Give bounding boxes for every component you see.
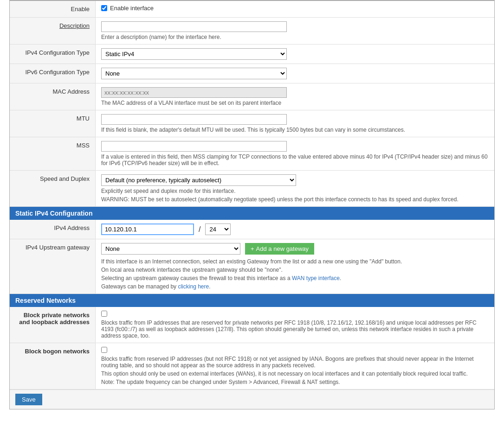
ipv4-address-input[interactable] [101, 224, 194, 235]
block-private-checkbox[interactable] [101, 311, 107, 317]
gateway-hint3: Selecting an upstream gateway causes the… [101, 275, 489, 281]
speed-duplex-select[interactable]: Default (no preference, typically autose… [101, 174, 296, 186]
enable-checkbox[interactable] [101, 5, 107, 11]
plus-icon: + [251, 245, 254, 252]
reserved-networks-section-header: Reserved Networks [10, 294, 494, 307]
enable-label: Enable [10, 1, 96, 17]
ipv4-config-type-label: IPv4 Configuration Type [10, 45, 96, 64]
ipv4-gateway-select[interactable]: None [101, 243, 240, 255]
enable-checkbox-label: Enable interface [110, 5, 154, 12]
save-button[interactable]: Save [15, 394, 42, 405]
wan-type-interface-link[interactable]: WAN type interface [292, 275, 340, 281]
mss-input[interactable] [101, 141, 287, 152]
gateway-hint2: On local area network interfaces the ups… [101, 267, 489, 273]
gateway-hint5: Gateways can be managed by clicking here… [101, 283, 489, 290]
description-label: Description [10, 18, 96, 44]
block-bogon-hint3: Note: The update frequency can be change… [101, 379, 489, 385]
block-bogon-hint2: This option should only be used on exter… [101, 371, 489, 377]
mac-address-label: MAC Address [10, 83, 96, 110]
block-private-hint: Blocks traffic from IP addresses that ar… [101, 319, 489, 339]
mtu-input[interactable] [101, 114, 287, 125]
block-bogon-hint1: Blocks traffic from reserved IP addresse… [101, 356, 489, 369]
block-bogon-label: Block bogon networks [10, 343, 96, 389]
mtu-label: MTU [10, 110, 96, 137]
speed-duplex-label: Speed and Duplex [10, 171, 96, 206]
add-gateway-label: Add a new gateway [256, 245, 309, 252]
mac-address-input[interactable] [101, 87, 287, 98]
ipv6-config-type-select[interactable]: None Static IPv6 DHCPv6 SLAAC 6to4 Tunne… [101, 68, 287, 79]
ipv4-gateway-label: IPv4 Upstream gateway [10, 239, 96, 294]
add-gateway-button[interactable]: + Add a new gateway [245, 243, 314, 255]
speed-duplex-hint1: Explicitly set speed and duplex mode for… [101, 188, 489, 194]
ipv4-cidr-select[interactable]: 1234 5678 9101112 13141516 17181920 2122… [205, 224, 231, 235]
block-bogon-checkbox[interactable] [101, 347, 107, 353]
gateway-hint1: If this interface is an Internet connect… [101, 258, 489, 265]
block-private-label: Block private networks and loopback addr… [10, 307, 96, 343]
mss-hint: If a value is entered in this field, the… [101, 153, 489, 166]
clicking-here-link[interactable]: clicking here [178, 283, 209, 290]
description-input[interactable]: OPT1 [101, 21, 287, 32]
mtu-hint: If this field is blank, the adapter's de… [101, 127, 489, 133]
ipv4-config-type-select[interactable]: None Static IPv4 DHCP PPPoE PPtP L2TP 6r… [101, 48, 287, 60]
description-hint: Enter a description (name) for the inter… [101, 34, 489, 40]
ipv6-config-type-label: IPv6 Configuration Type [10, 64, 96, 83]
ipv4-slash: / [197, 225, 202, 234]
mss-label: MSS [10, 137, 96, 170]
speed-duplex-hint2: WARNING: MUST be set to autoselect (auto… [101, 196, 489, 203]
static-ipv4-section-header: Static IPv4 Configuration [10, 207, 494, 220]
ipv4-address-label: IPv4 Address [10, 220, 96, 239]
mac-address-hint: The MAC address of a VLAN interface must… [101, 100, 489, 106]
